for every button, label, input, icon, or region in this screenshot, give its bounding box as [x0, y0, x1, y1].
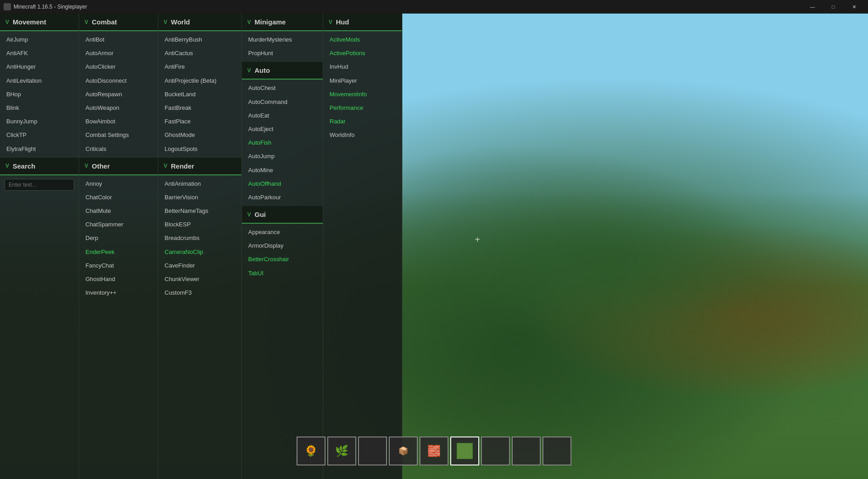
list-item[interactable]: BlockESP: [158, 218, 241, 231]
hotbar-slot-6[interactable]: [450, 437, 479, 465]
list-item[interactable]: FancyChat: [79, 259, 158, 272]
list-item[interactable]: ChatMute: [79, 204, 158, 218]
list-item[interactable]: Inventory++: [79, 286, 158, 300]
list-item[interactable]: BetterNameTags: [158, 204, 241, 218]
list-item[interactable]: LogoutSpots: [158, 142, 241, 156]
minigame-chevron: V: [247, 19, 251, 25]
world-header[interactable]: V World: [158, 14, 241, 31]
movement-header[interactable]: V Movement: [0, 14, 79, 31]
list-item[interactable]: AutoClicker: [79, 60, 158, 74]
auto-header[interactable]: V Auto: [242, 62, 323, 80]
list-item[interactable]: Criticals: [79, 142, 158, 156]
hotbar-icon-5: 🧱: [425, 442, 443, 460]
hotbar-slot-4[interactable]: 📦: [389, 437, 418, 465]
list-item[interactable]: MovementInfo: [323, 88, 402, 101]
list-item[interactable]: Performance: [323, 101, 402, 115]
list-item[interactable]: AntiAFK: [0, 47, 79, 60]
list-item[interactable]: AutoParkour: [242, 191, 323, 204]
list-item[interactable]: BHop: [0, 88, 79, 101]
list-item[interactable]: FastBreak: [158, 101, 241, 115]
list-item[interactable]: EnderPeek: [79, 245, 158, 259]
list-item[interactable]: MurderMysteries: [242, 33, 323, 47]
list-item[interactable]: AntiBot: [79, 33, 158, 47]
list-item[interactable]: AutoCommand: [242, 95, 323, 109]
list-item[interactable]: AntiFire: [158, 60, 241, 74]
hud-items: ActiveMods ActivePotions InvHud MiniPlay…: [323, 31, 402, 144]
list-item[interactable]: GhostHand: [79, 272, 158, 286]
list-item[interactable]: AutoWeapon: [79, 101, 158, 115]
list-item[interactable]: ActiveMods: [323, 33, 402, 47]
close-button[interactable]: ✕: [844, 0, 864, 14]
hotbar-slot-5[interactable]: 🧱: [420, 437, 448, 465]
auto-items: AutoChest AutoCommand AutoEat AutoEject …: [242, 80, 323, 206]
hotbar-slot-2[interactable]: 🌿: [327, 437, 356, 465]
auto-chevron: V: [247, 67, 251, 74]
list-item[interactable]: Derp: [79, 231, 158, 245]
search-input[interactable]: [5, 179, 74, 191]
list-item[interactable]: CustomF3: [158, 286, 241, 300]
list-item[interactable]: AntiHunger: [0, 60, 79, 74]
list-item[interactable]: ChatColor: [79, 191, 158, 204]
list-item[interactable]: BowAimbot: [79, 115, 158, 128]
list-item[interactable]: PropHunt: [242, 47, 323, 60]
list-item[interactable]: ClickTP: [0, 128, 79, 142]
render-header[interactable]: V Render: [158, 158, 241, 175]
list-item[interactable]: BucketLand: [158, 88, 241, 101]
hotbar-slot-1[interactable]: 🌻: [297, 437, 326, 465]
list-item[interactable]: AutoOffhand: [242, 177, 323, 191]
list-item[interactable]: FastPlace: [158, 115, 241, 128]
list-item[interactable]: AntiBerryBush: [158, 33, 241, 47]
list-item[interactable]: AutoEject: [242, 122, 323, 136]
list-item[interactable]: BunnyJump: [0, 115, 79, 128]
list-item[interactable]: AutoMine: [242, 164, 323, 177]
list-item[interactable]: AutoDisconnect: [79, 74, 158, 88]
minigame-header[interactable]: V Minigame: [242, 14, 323, 31]
list-item[interactable]: Radar: [323, 115, 402, 128]
list-item[interactable]: BetterCrosshair: [242, 253, 323, 266]
list-item[interactable]: WorldInfo: [323, 128, 402, 142]
list-item[interactable]: AutoJump: [242, 150, 323, 163]
hotbar-slot-9[interactable]: [542, 437, 571, 465]
list-item[interactable]: AntiAnimation: [158, 177, 241, 191]
hotbar-icon-4: 📦: [394, 442, 412, 460]
list-item[interactable]: AutoRespawn: [79, 88, 158, 101]
combat-header[interactable]: V Combat: [79, 14, 158, 31]
list-item[interactable]: Appearance: [242, 225, 323, 239]
list-item[interactable]: Combat Settings: [79, 128, 158, 142]
list-item[interactable]: BarrierVision: [158, 191, 241, 204]
list-item[interactable]: Breadcrumbs: [158, 231, 241, 245]
other-header[interactable]: V Other: [79, 158, 158, 175]
minimize-button[interactable]: —: [802, 0, 823, 14]
list-item[interactable]: AntiCactus: [158, 47, 241, 60]
list-item[interactable]: AutoArmor: [79, 47, 158, 60]
hotbar-icon-2: 🌿: [333, 442, 351, 460]
hotbar-slot-8[interactable]: [512, 437, 541, 465]
list-item[interactable]: AirJump: [0, 33, 79, 47]
list-item[interactable]: AutoFish: [242, 136, 323, 150]
list-item[interactable]: AutoChest: [242, 81, 323, 95]
list-item[interactable]: AutoEat: [242, 109, 323, 122]
render-title: Render: [171, 162, 194, 170]
list-item[interactable]: CameraNoClip: [158, 245, 241, 259]
maximize-button[interactable]: □: [823, 0, 844, 14]
list-item[interactable]: ElytraFlight: [0, 142, 79, 156]
list-item[interactable]: InvHud: [323, 60, 402, 74]
list-item[interactable]: Blink: [0, 101, 79, 115]
list-item[interactable]: ActivePotions: [323, 47, 402, 60]
hotbar-slot-7[interactable]: [481, 437, 510, 465]
list-item[interactable]: MiniPlayer: [323, 74, 402, 88]
list-item[interactable]: ChatSpammer: [79, 218, 158, 231]
gui-header[interactable]: V Gui: [242, 206, 323, 224]
search-title: Search: [13, 162, 35, 170]
list-item[interactable]: Annoy: [79, 177, 158, 191]
list-item[interactable]: CaveFinder: [158, 259, 241, 272]
hotbar-slot-3[interactable]: [358, 437, 387, 465]
list-item[interactable]: TabUI: [242, 267, 323, 280]
list-item[interactable]: ArmorDisplay: [242, 239, 323, 253]
search-header[interactable]: V Search: [0, 158, 79, 175]
hud-header[interactable]: V Hud: [323, 14, 402, 31]
list-item[interactable]: ChunkViewer: [158, 272, 241, 286]
list-item[interactable]: AntiLevitation: [0, 74, 79, 88]
list-item[interactable]: GhostMode: [158, 128, 241, 142]
list-item[interactable]: AntiProjectile (Beta): [158, 74, 241, 88]
